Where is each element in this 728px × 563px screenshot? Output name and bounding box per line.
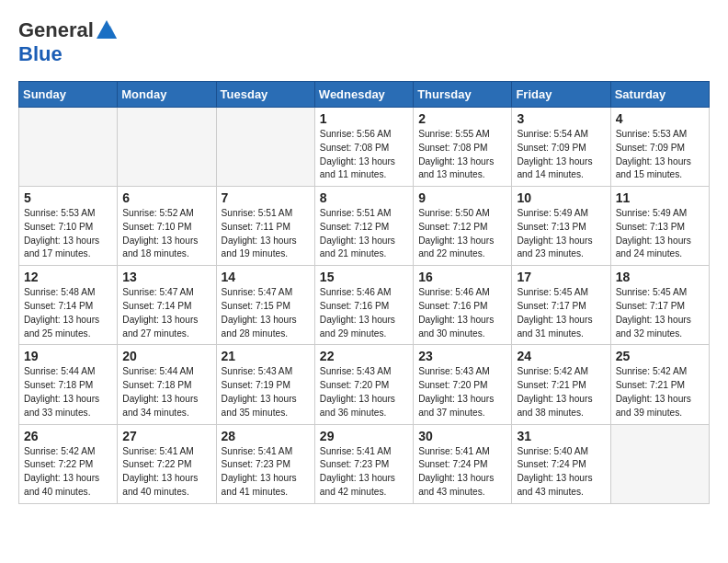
week-row-2: 12Sunrise: 5:48 AM Sunset: 7:14 PM Dayli… — [19, 266, 710, 345]
day-number: 18 — [616, 270, 704, 284]
day-cell-21: 21Sunrise: 5:43 AM Sunset: 7:19 PM Dayli… — [216, 345, 314, 424]
day-info: Sunrise: 5:47 AM Sunset: 7:15 PM Dayligh… — [222, 286, 310, 340]
day-info: Sunrise: 5:53 AM Sunset: 7:09 PM Dayligh… — [616, 128, 704, 182]
weekday-header-thursday: Thursday — [414, 82, 512, 108]
day-cell-11: 11Sunrise: 5:49 AM Sunset: 7:13 PM Dayli… — [610, 187, 709, 266]
day-cell-13: 13Sunrise: 5:47 AM Sunset: 7:14 PM Dayli… — [118, 266, 216, 345]
day-number: 5 — [24, 190, 112, 205]
day-info: Sunrise: 5:49 AM Sunset: 7:13 PM Dayligh… — [616, 207, 704, 261]
day-info: Sunrise: 5:49 AM Sunset: 7:13 PM Dayligh… — [517, 207, 605, 261]
day-info: Sunrise: 5:46 AM Sunset: 7:16 PM Dayligh… — [320, 286, 408, 340]
weekday-header-wednesday: Wednesday — [314, 82, 413, 108]
weekday-header-monday: Monday — [118, 82, 216, 108]
empty-cell — [19, 108, 118, 187]
day-cell-22: 22Sunrise: 5:43 AM Sunset: 7:20 PM Dayli… — [314, 345, 413, 424]
weekday-header-tuesday: Tuesday — [216, 82, 314, 108]
day-number: 20 — [122, 349, 210, 363]
day-number: 12 — [24, 270, 112, 284]
day-cell-2: 2Sunrise: 5:55 AM Sunset: 7:08 PM Daylig… — [414, 108, 512, 187]
empty-cell — [118, 108, 216, 187]
day-cell-1: 1Sunrise: 5:56 AM Sunset: 7:08 PM Daylig… — [314, 108, 413, 187]
day-number: 6 — [122, 190, 210, 205]
week-row-0: 1Sunrise: 5:56 AM Sunset: 7:08 PM Daylig… — [19, 108, 710, 187]
day-number: 7 — [222, 190, 310, 205]
day-cell-19: 19Sunrise: 5:44 AM Sunset: 7:18 PM Dayli… — [19, 345, 118, 424]
week-row-4: 26Sunrise: 5:42 AM Sunset: 7:22 PM Dayli… — [19, 424, 710, 503]
day-info: Sunrise: 5:56 AM Sunset: 7:08 PM Dayligh… — [320, 128, 408, 182]
day-cell-4: 4Sunrise: 5:53 AM Sunset: 7:09 PM Daylig… — [610, 108, 709, 187]
weekday-header-row: SundayMondayTuesdayWednesdayThursdayFrid… — [19, 82, 710, 108]
day-cell-7: 7Sunrise: 5:51 AM Sunset: 7:11 PM Daylig… — [216, 187, 314, 266]
day-number: 16 — [418, 270, 506, 284]
day-number: 14 — [222, 270, 310, 284]
day-cell-30: 30Sunrise: 5:41 AM Sunset: 7:24 PM Dayli… — [414, 424, 512, 503]
day-info: Sunrise: 5:42 AM Sunset: 7:21 PM Dayligh… — [517, 365, 605, 419]
day-number: 13 — [122, 270, 210, 284]
day-info: Sunrise: 5:45 AM Sunset: 7:17 PM Dayligh… — [616, 286, 704, 340]
day-number: 28 — [222, 429, 310, 443]
day-number: 1 — [320, 111, 408, 126]
day-info: Sunrise: 5:51 AM Sunset: 7:11 PM Dayligh… — [222, 207, 310, 261]
day-info: Sunrise: 5:47 AM Sunset: 7:14 PM Dayligh… — [122, 286, 210, 340]
header: General Blue — [18, 18, 710, 66]
calendar-table: SundayMondayTuesdayWednesdayThursdayFrid… — [18, 81, 710, 504]
day-cell-10: 10Sunrise: 5:49 AM Sunset: 7:13 PM Dayli… — [512, 187, 610, 266]
day-cell-3: 3Sunrise: 5:54 AM Sunset: 7:09 PM Daylig… — [512, 108, 610, 187]
day-number: 29 — [320, 429, 408, 443]
day-cell-6: 6Sunrise: 5:52 AM Sunset: 7:10 PM Daylig… — [118, 187, 216, 266]
day-cell-8: 8Sunrise: 5:51 AM Sunset: 7:12 PM Daylig… — [314, 187, 413, 266]
day-info: Sunrise: 5:44 AM Sunset: 7:18 PM Dayligh… — [24, 365, 112, 419]
day-cell-24: 24Sunrise: 5:42 AM Sunset: 7:21 PM Dayli… — [512, 345, 610, 424]
weekday-header-sunday: Sunday — [19, 82, 118, 108]
day-cell-23: 23Sunrise: 5:43 AM Sunset: 7:20 PM Dayli… — [414, 345, 512, 424]
day-info: Sunrise: 5:52 AM Sunset: 7:10 PM Dayligh… — [122, 207, 210, 261]
day-number: 11 — [616, 190, 704, 205]
logo-general-text: General — [18, 18, 94, 42]
day-cell-27: 27Sunrise: 5:41 AM Sunset: 7:22 PM Dayli… — [118, 424, 216, 503]
day-number: 22 — [320, 349, 408, 363]
day-info: Sunrise: 5:43 AM Sunset: 7:20 PM Dayligh… — [320, 365, 408, 419]
day-number: 24 — [517, 349, 605, 363]
day-cell-16: 16Sunrise: 5:46 AM Sunset: 7:16 PM Dayli… — [414, 266, 512, 345]
day-info: Sunrise: 5:42 AM Sunset: 7:21 PM Dayligh… — [616, 365, 704, 419]
day-number: 9 — [418, 190, 506, 205]
day-info: Sunrise: 5:44 AM Sunset: 7:18 PM Dayligh… — [122, 365, 210, 419]
day-info: Sunrise: 5:43 AM Sunset: 7:20 PM Dayligh… — [418, 365, 506, 419]
logo-icon — [97, 20, 117, 39]
page-container: General Blue SundayMondayTuesdayWednesda… — [0, 0, 728, 513]
logo-wrapper: General Blue — [18, 18, 117, 66]
day-info: Sunrise: 5:50 AM Sunset: 7:12 PM Dayligh… — [418, 207, 506, 261]
day-number: 2 — [418, 111, 506, 126]
weekday-header-friday: Friday — [512, 82, 610, 108]
day-number: 23 — [418, 349, 506, 363]
day-number: 27 — [122, 429, 210, 443]
day-info: Sunrise: 5:41 AM Sunset: 7:23 PM Dayligh… — [222, 445, 310, 500]
empty-cell — [216, 108, 314, 187]
day-cell-26: 26Sunrise: 5:42 AM Sunset: 7:22 PM Dayli… — [19, 424, 118, 503]
day-info: Sunrise: 5:51 AM Sunset: 7:12 PM Dayligh… — [320, 207, 408, 261]
day-number: 25 — [616, 349, 704, 363]
day-number: 21 — [222, 349, 310, 363]
day-number: 8 — [320, 190, 408, 205]
day-cell-9: 9Sunrise: 5:50 AM Sunset: 7:12 PM Daylig… — [414, 187, 512, 266]
logo-top: General — [18, 18, 117, 42]
day-info: Sunrise: 5:46 AM Sunset: 7:16 PM Dayligh… — [418, 286, 506, 340]
logo-blue-text: Blue — [18, 42, 63, 66]
day-cell-18: 18Sunrise: 5:45 AM Sunset: 7:17 PM Dayli… — [610, 266, 709, 345]
day-cell-14: 14Sunrise: 5:47 AM Sunset: 7:15 PM Dayli… — [216, 266, 314, 345]
day-info: Sunrise: 5:43 AM Sunset: 7:19 PM Dayligh… — [222, 365, 310, 419]
day-info: Sunrise: 5:41 AM Sunset: 7:23 PM Dayligh… — [320, 445, 408, 500]
weekday-header-saturday: Saturday — [610, 82, 709, 108]
day-number: 17 — [517, 270, 605, 284]
day-info: Sunrise: 5:45 AM Sunset: 7:17 PM Dayligh… — [517, 286, 605, 340]
day-number: 4 — [616, 111, 704, 126]
day-number: 31 — [517, 429, 605, 443]
day-cell-31: 31Sunrise: 5:40 AM Sunset: 7:24 PM Dayli… — [512, 424, 610, 503]
day-info: Sunrise: 5:53 AM Sunset: 7:10 PM Dayligh… — [24, 207, 112, 261]
day-number: 3 — [517, 111, 605, 126]
week-row-1: 5Sunrise: 5:53 AM Sunset: 7:10 PM Daylig… — [19, 187, 710, 266]
day-cell-12: 12Sunrise: 5:48 AM Sunset: 7:14 PM Dayli… — [19, 266, 118, 345]
day-info: Sunrise: 5:40 AM Sunset: 7:24 PM Dayligh… — [517, 445, 605, 500]
day-number: 15 — [320, 270, 408, 284]
day-cell-28: 28Sunrise: 5:41 AM Sunset: 7:23 PM Dayli… — [216, 424, 314, 503]
